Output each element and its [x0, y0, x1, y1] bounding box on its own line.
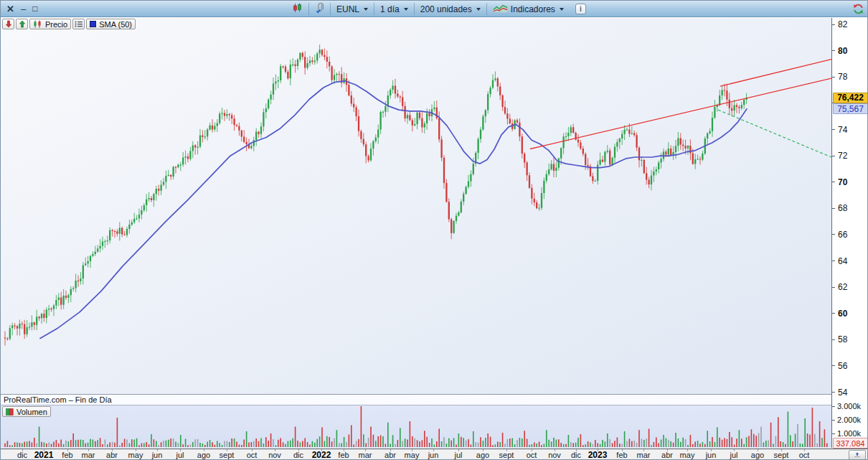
- move-pane-down-button[interactable]: [2, 19, 14, 29]
- price-chart-canvas[interactable]: [1, 18, 831, 448]
- candlestick-style-icon: [293, 3, 303, 15]
- price-pane-legend: Precio SMA (50): [2, 19, 136, 29]
- price-tick-label: 72: [832, 151, 847, 161]
- refresh-icon[interactable]: [852, 3, 864, 18]
- time-tick-label: may: [128, 449, 143, 460]
- paperclip-check-icon: [315, 2, 324, 17]
- chevron-down-icon: [364, 8, 368, 11]
- time-tick-label: abr: [106, 449, 118, 460]
- time-tick-label: feb: [338, 449, 349, 460]
- volume-value-box: 337.084: [833, 438, 868, 449]
- price-tick-label: 78: [832, 72, 847, 82]
- time-tick-label: abr: [385, 449, 396, 460]
- price-tick-label: 58: [832, 334, 847, 344]
- price-tick-label: 80: [832, 46, 847, 56]
- time-tick-label: sept: [499, 449, 514, 460]
- time-tick-label: jun: [152, 449, 163, 460]
- volume-tick-label: 1.000k: [832, 429, 861, 438]
- price-axis[interactable]: 8280787674727068666462605856543.000k2.00…: [831, 18, 868, 448]
- time-tick-label: 2023: [588, 449, 608, 460]
- volume-label: Volumen: [16, 407, 47, 417]
- instrument-selector[interactable]: EUNL: [330, 3, 374, 15]
- volume-tick-label: 2.000k: [832, 416, 861, 424]
- time-tick-label: feb: [62, 449, 72, 460]
- time-tick-label: 2022: [312, 449, 331, 460]
- volume-tick-label: 3.000k: [832, 402, 861, 410]
- indicator-wave-icon: [493, 3, 508, 15]
- price-tick-label: 70: [832, 177, 847, 187]
- prorealtime-window: ✕ – □: [0, 0, 868, 460]
- move-pane-up-button[interactable]: [16, 19, 28, 29]
- sma-label: SMA (50): [99, 19, 132, 29]
- time-tick-label: sept: [774, 449, 789, 460]
- chart-region: Precio SMA (50) ProRealTime.com – Fin de…: [1, 18, 868, 448]
- minimize-window-button[interactable]: –: [21, 1, 26, 17]
- instrument-label: EUNL: [336, 4, 359, 14]
- time-tick-label: oct: [527, 449, 537, 460]
- price-tick-label: 60: [832, 309, 847, 319]
- time-tick-label: abr: [661, 449, 673, 460]
- indicators-label: Indicadores: [511, 4, 555, 14]
- price-tick-label: 74: [832, 125, 847, 135]
- info-button[interactable]: i: [575, 4, 586, 14]
- time-tick-label: dic: [571, 449, 581, 460]
- time-tick-label: jul: [454, 449, 462, 460]
- price-tick-label: 68: [832, 203, 847, 213]
- time-tick-label: nov: [548, 449, 561, 460]
- volume-indicator-button[interactable]: Volumen: [2, 406, 51, 417]
- chevron-down-icon: [560, 8, 564, 11]
- main-toolbar: ✕ – □: [1, 1, 868, 17]
- time-tick-label: mar: [637, 449, 651, 460]
- time-tick-label: ago: [751, 449, 764, 460]
- price-tick-label: 56: [832, 361, 847, 371]
- candlestick-icon: [33, 20, 42, 28]
- time-tick-label: dic: [293, 449, 303, 460]
- watermark-row: ProRealTime.com – Fin de Día: [1, 394, 831, 405]
- time-tick-label: feb: [616, 449, 627, 460]
- time-tick-label: may: [405, 449, 420, 460]
- time-tick-label: ago: [476, 449, 489, 460]
- window-controls: ✕ – □: [6, 1, 37, 17]
- price-tick-label: 64: [832, 256, 847, 266]
- chart-style-button[interactable]: [287, 3, 308, 15]
- scroll-to-latest-button[interactable]: [849, 450, 866, 460]
- time-tick-label: jun: [428, 449, 439, 460]
- timeframe-label: 1 día: [380, 4, 400, 14]
- time-tick-label: nov: [268, 449, 281, 460]
- time-tick-label: mar: [359, 449, 372, 460]
- pane-settings-list-button[interactable]: [72, 19, 85, 29]
- units-label: 200 unidades: [420, 4, 472, 14]
- time-tick-label: jun: [706, 449, 717, 460]
- price-tick-label: 62: [832, 282, 847, 292]
- price-tick-label: 82: [832, 19, 847, 29]
- platform-watermark: ProRealTime.com – Fin de Día: [4, 395, 112, 404]
- chevron-down-icon: [476, 8, 481, 11]
- price-series-button[interactable]: Precio: [29, 19, 71, 29]
- time-tick-label: may: [680, 449, 695, 460]
- close-window-button[interactable]: ✕: [6, 1, 14, 17]
- time-tick-label: mar: [82, 449, 95, 460]
- volume-icon: [6, 408, 14, 416]
- sma-indicator-button[interactable]: SMA (50): [86, 19, 136, 29]
- time-tick-label: oct: [247, 449, 258, 460]
- price-series-label: Precio: [45, 19, 67, 29]
- sma-value-box: 75,567: [833, 103, 868, 114]
- price-tick-label: 66: [832, 230, 847, 240]
- time-tick-label: 2021: [34, 449, 54, 460]
- time-tick-label: jul: [730, 449, 737, 460]
- time-tick-label: dic: [17, 449, 27, 460]
- timeframe-selector[interactable]: 1 día: [374, 3, 414, 15]
- time-axis[interactable]: dic2021febmarabrmayjunjulagoseptoctnovdi…: [1, 449, 868, 460]
- time-tick-label: sept: [220, 449, 235, 460]
- indicators-menu-button[interactable]: Indicadores: [486, 3, 570, 15]
- time-tick-label: oct: [799, 449, 810, 460]
- chevron-down-icon: [404, 8, 408, 11]
- last-price-box: 76,422: [833, 93, 868, 103]
- link-toggle-button[interactable]: [308, 3, 330, 15]
- maximize-window-button[interactable]: □: [32, 1, 37, 17]
- time-tick-label: jul: [176, 449, 184, 460]
- sma-color-swatch-icon: [90, 21, 96, 27]
- units-selector[interactable]: 200 unidades: [414, 3, 486, 15]
- price-tick-label: 54: [832, 388, 847, 398]
- time-tick-label: ago: [197, 449, 210, 460]
